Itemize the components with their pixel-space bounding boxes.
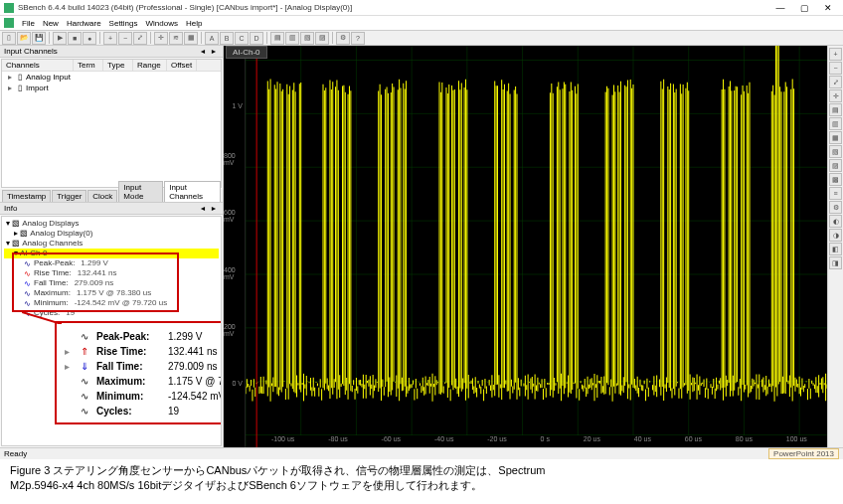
tb-a-icon[interactable]: A (205, 32, 219, 45)
expand-icon[interactable]: ▸ (6, 84, 14, 92)
rt-j-icon[interactable]: ◑ (829, 229, 842, 242)
menubar: File New Hardware Settings Windows Help (0, 16, 843, 30)
menu-hardware[interactable]: Hardware (67, 19, 101, 28)
menu-file[interactable]: File (22, 19, 35, 28)
tab-timestamp[interactable]: Timestamp (2, 190, 51, 202)
close-button[interactable]: ✕ (817, 2, 839, 14)
tb-b-icon[interactable]: B (220, 32, 234, 45)
rt-fit-icon[interactable]: ⤢ (829, 76, 842, 88)
tree-import[interactable]: ▸ ▯ Import (2, 83, 221, 93)
rt-f-icon[interactable]: ▩ (829, 173, 842, 186)
y-tick: 1 V (232, 102, 243, 109)
x-tick: -60 us (382, 435, 401, 447)
y-tick: 400 mV (224, 266, 243, 280)
rt-h-icon[interactable]: ⚙ (829, 201, 842, 214)
main-toolbar: ▯ 📂 💾 ▶ ■ ● + − ⤢ ✛ ≋ ▦ A B C D ▤ ▥ ▧ ▨ … (0, 30, 843, 46)
tb-zoom-out-icon[interactable]: − (118, 32, 132, 45)
rt-k-icon[interactable]: ◧ (829, 243, 842, 255)
tb-new-icon[interactable]: ▯ (2, 32, 16, 45)
menu-help[interactable]: Help (186, 19, 202, 28)
tb-e-icon[interactable]: ▤ (270, 32, 284, 45)
tb-cursor-icon[interactable]: ✛ (154, 32, 168, 45)
left-bottom-tabs: Timestamp Trigger Clock Input Mode Input… (0, 189, 223, 203)
info-display[interactable]: ▸ ▧Analog Display(0) (4, 229, 219, 239)
tb-g-icon[interactable]: ▧ (300, 32, 314, 45)
zoom-measurement: ▸⇑Rise Time:132.441 ns (65, 344, 222, 359)
info-measurement: ∿Fall Time:279.009 ns (4, 278, 219, 288)
rt-e-icon[interactable]: ▨ (829, 159, 842, 172)
col-term: Term (74, 60, 103, 71)
menu-new[interactable]: New (43, 19, 59, 28)
panel-left-icon[interactable]: ◄ (198, 47, 208, 57)
info-root[interactable]: ▾ ▧Analog Displays (4, 219, 219, 229)
col-channels: Channels (2, 60, 74, 71)
x-tick: 0 s (541, 435, 550, 447)
tb-open-icon[interactable]: 📂 (17, 32, 31, 45)
statusbar: Ready PowerPoint 2013 (0, 447, 843, 459)
panel-right-icon[interactable]: ► (209, 204, 219, 214)
panel-left-icon[interactable]: ◄ (198, 204, 208, 214)
tb-d-icon[interactable]: D (250, 32, 263, 45)
tab-clock[interactable]: Clock (87, 190, 117, 202)
menu-settings[interactable]: Settings (109, 19, 138, 28)
rt-b-icon[interactable]: ▥ (829, 117, 842, 130)
tab-trigger[interactable]: Trigger (52, 190, 86, 202)
tab-input-channels[interactable]: Input Channels (164, 181, 221, 202)
zoom-measurement: ∿Maximum:1.175 V @ 78.380 us (65, 374, 222, 389)
scope-plot[interactable]: -100 us-80 us-60 us-40 us-20 us0 s20 us4… (246, 46, 827, 447)
x-tick: 100 us (786, 435, 807, 447)
x-tick: -40 us (434, 435, 453, 447)
channels-tree[interactable]: Channels Term Type Range Offset ▸ ▯ Anal… (1, 59, 222, 188)
tab-input-mode[interactable]: Input Mode (118, 181, 163, 202)
input-channels-header: Input Channels ◄ ► (0, 46, 223, 58)
tb-save-icon[interactable]: 💾 (32, 32, 46, 45)
x-tick: -100 us (271, 435, 294, 447)
info-label: Info (4, 204, 17, 213)
rt-l-icon[interactable]: ◨ (829, 256, 842, 269)
expand-icon[interactable]: ▸ (6, 74, 14, 82)
app-icon (4, 3, 14, 13)
tb-zoom-in-icon[interactable]: + (103, 32, 117, 45)
y-tick: 200 mV (224, 323, 243, 337)
tb-play-icon[interactable]: ▶ (53, 32, 67, 45)
panel-right-icon[interactable]: ► (209, 47, 219, 57)
rt-c-icon[interactable]: ▦ (829, 131, 842, 144)
tb-zoom-fit-icon[interactable]: ⤢ (133, 32, 147, 45)
y-tick: 600 mV (224, 209, 243, 223)
svg-line-0 (22, 312, 62, 324)
rt-d-icon[interactable]: ▧ (829, 145, 842, 158)
tb-rec-icon[interactable]: ● (83, 32, 96, 45)
tb-j-icon[interactable]: ? (351, 32, 365, 45)
rt-g-icon[interactable]: ≡ (829, 187, 842, 200)
folder-icon: ▯ (18, 84, 22, 92)
tb-stop-icon[interactable]: ■ (68, 32, 82, 45)
minimize-button[interactable]: — (769, 2, 791, 14)
rt-zoom-in-icon[interactable]: + (829, 48, 842, 61)
titlebar: SBench 6.4.4 build 14023 (64bit) (Profes… (0, 0, 843, 16)
info-channels-group[interactable]: ▾ ▧Analog Channels (4, 239, 219, 249)
col-type: Type (103, 60, 133, 71)
tb-i-icon[interactable]: ⚙ (336, 32, 350, 45)
tb-measure-icon[interactable]: ≋ (169, 32, 183, 45)
x-tick: 40 us (634, 435, 651, 447)
info-header: Info ◄ ► (0, 203, 223, 215)
scope-area: AI-Ch-0 1 V800 mV600 mV400 mV200 mV0 V -… (224, 46, 843, 447)
tb-grid-icon[interactable]: ▦ (184, 32, 198, 45)
left-pane: Input Channels ◄ ► Channels Term Type Ra… (0, 46, 224, 447)
rt-cursor-icon[interactable]: ✛ (829, 89, 842, 102)
tb-f-icon[interactable]: ▥ (285, 32, 299, 45)
x-tick: 60 us (685, 435, 702, 447)
rt-zoom-out-icon[interactable]: − (829, 62, 842, 75)
window-title: SBench 6.4.4 build 14023 (64bit) (Profes… (18, 3, 769, 12)
rt-a-icon[interactable]: ▤ (829, 103, 842, 116)
tb-h-icon[interactable]: ▨ (315, 32, 329, 45)
tb-c-icon[interactable]: C (235, 32, 249, 45)
tree-analog-input[interactable]: ▸ ▯ Analog Input (2, 72, 221, 83)
menu-windows[interactable]: Windows (146, 19, 178, 28)
info-measurement: ∿Rise Time:132.441 ns (4, 268, 219, 278)
rt-i-icon[interactable]: ◐ (829, 215, 842, 228)
maximize-button[interactable]: ▢ (793, 2, 815, 14)
scope-channel-tab[interactable]: AI-Ch-0 (226, 46, 267, 59)
info-channel[interactable]: ▾AI-Ch-0 (4, 249, 219, 258)
callout-line (22, 312, 62, 324)
